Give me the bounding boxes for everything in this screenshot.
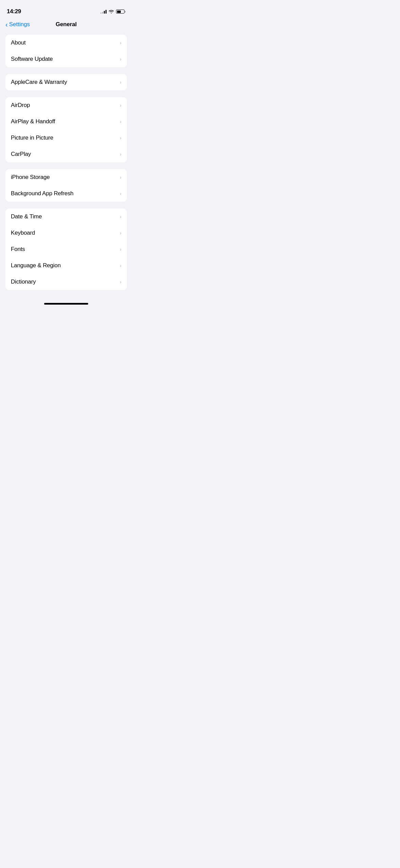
chevron-right-icon: › <box>120 79 121 85</box>
chevron-right-icon: › <box>120 247 121 252</box>
section-4: iPhone Storage›Background App Refresh› <box>5 169 127 202</box>
list-item-software-update[interactable]: Software Update› <box>5 51 127 67</box>
chevron-right-icon: › <box>120 279 121 285</box>
list-item-picture-in-picture[interactable]: Picture in Picture› <box>5 130 127 146</box>
chevron-right-icon: › <box>120 175 121 180</box>
chevron-right-icon: › <box>120 230 121 236</box>
back-chevron-icon: ‹ <box>5 21 8 28</box>
battery-icon <box>116 10 126 14</box>
list-item-label-keyboard: Keyboard <box>11 230 35 236</box>
list-item-airdrop[interactable]: AirDrop› <box>5 97 127 113</box>
chevron-right-icon: › <box>120 119 121 124</box>
list-item-language-region[interactable]: Language & Region› <box>5 257 127 274</box>
list-item-label-applecare: AppleCare & Warranty <box>11 79 67 86</box>
chevron-right-icon: › <box>120 191 121 196</box>
list-item-label-carplay: CarPlay <box>11 151 31 158</box>
list-item-date-time[interactable]: Date & Time› <box>5 209 127 225</box>
list-item-carplay[interactable]: CarPlay› <box>5 146 127 162</box>
list-item-label-fonts: Fonts <box>11 246 25 253</box>
page-title: General <box>56 21 77 28</box>
list-item-label-iphone-storage: iPhone Storage <box>11 174 50 181</box>
settings-content: About›Software Update›AppleCare & Warran… <box>0 32 132 300</box>
chevron-right-icon: › <box>120 103 121 108</box>
chevron-right-icon: › <box>120 56 121 62</box>
section-5: Date & Time›Keyboard›Fonts›Language & Re… <box>5 209 127 290</box>
list-item-label-software-update: Software Update <box>11 56 53 62</box>
status-bar: 14:29 <box>0 0 132 18</box>
list-item-iphone-storage[interactable]: iPhone Storage› <box>5 169 127 185</box>
list-item-background-app-refresh[interactable]: Background App Refresh› <box>5 185 127 202</box>
list-item-fonts[interactable]: Fonts› <box>5 241 127 257</box>
list-item-label-date-time: Date & Time <box>11 213 42 220</box>
back-label: Settings <box>9 21 30 28</box>
home-indicator <box>0 300 132 307</box>
list-item-dictionary[interactable]: Dictionary› <box>5 274 127 290</box>
section-3: AirDrop›AirPlay & Handoff›Picture in Pic… <box>5 97 127 162</box>
back-button[interactable]: ‹ Settings <box>5 21 30 28</box>
list-item-label-airplay-handoff: AirPlay & Handoff <box>11 118 55 125</box>
chevron-right-icon: › <box>120 263 121 268</box>
chevron-right-icon: › <box>120 40 121 46</box>
chevron-right-icon: › <box>120 151 121 157</box>
list-item-label-airdrop: AirDrop <box>11 102 30 109</box>
chevron-right-icon: › <box>120 135 121 141</box>
home-bar <box>44 303 88 305</box>
list-item-label-language-region: Language & Region <box>11 262 61 269</box>
status-icons <box>100 10 126 14</box>
signal-icon <box>100 10 107 14</box>
section-1: About›Software Update› <box>5 35 127 67</box>
status-time: 14:29 <box>7 8 21 15</box>
list-item-label-dictionary: Dictionary <box>11 278 36 285</box>
list-item-label-background-app-refresh: Background App Refresh <box>11 190 74 197</box>
chevron-right-icon: › <box>120 214 121 219</box>
list-item-keyboard[interactable]: Keyboard› <box>5 225 127 241</box>
list-item-airplay-handoff[interactable]: AirPlay & Handoff› <box>5 113 127 130</box>
wifi-icon <box>109 10 114 14</box>
list-item-applecare[interactable]: AppleCare & Warranty› <box>5 74 127 90</box>
list-item-about[interactable]: About› <box>5 35 127 51</box>
nav-bar: ‹ Settings General <box>0 18 132 32</box>
list-item-label-picture-in-picture: Picture in Picture <box>11 134 53 141</box>
section-2: AppleCare & Warranty› <box>5 74 127 90</box>
list-item-label-about: About <box>11 39 25 46</box>
